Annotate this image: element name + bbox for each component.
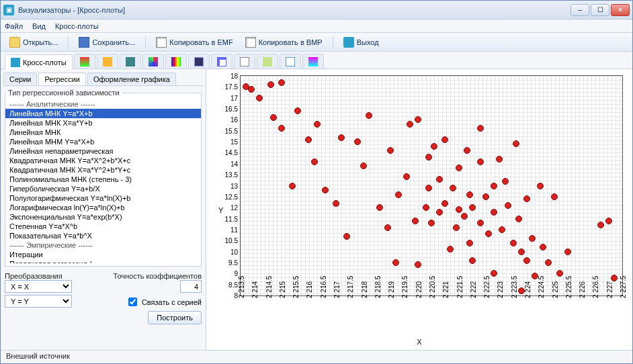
- x-transform-combo[interactable]: X = X: [5, 280, 72, 293]
- tab-chart6[interactable]: [165, 54, 187, 69]
- data-point: [333, 200, 339, 207]
- data-point: [354, 138, 361, 145]
- data-point: [447, 246, 454, 253]
- open-button[interactable]: Открыть...: [5, 35, 62, 50]
- regression-item[interactable]: Показательная Y=a*b^X: [5, 231, 201, 240]
- y-tick-label: 12: [230, 204, 241, 212]
- regression-item[interactable]: ------ Эмпирические ------: [5, 240, 201, 250]
- data-point: [311, 158, 318, 165]
- x-tick-label: 2 223.5: [511, 276, 518, 298]
- regression-item[interactable]: Линейная МНК: [5, 128, 201, 137]
- data-point: [256, 95, 263, 101]
- regression-item[interactable]: Степенная Y=a*X^b: [5, 222, 201, 231]
- copy-bmp-button[interactable]: Копировать в BMP: [241, 35, 327, 50]
- y-axis-label: Y: [218, 206, 223, 214]
- transform-label: Преобразования: [5, 272, 102, 280]
- scatter-chart[interactable]: 88.599.51010.51111.51212.51313.51414.515…: [240, 75, 623, 296]
- regression-item[interactable]: Логарифмическая ln(Y)=a*ln(X)+b: [5, 203, 201, 212]
- data-point: [518, 287, 525, 294]
- menu-crossplots[interactable]: Кросс-плоты: [55, 22, 99, 30]
- regression-item[interactable]: Линейная МНК Y=a*X+b: [5, 109, 201, 118]
- tab-chart5[interactable]: [142, 54, 164, 69]
- copy-bmp-label: Копировать в BMP: [259, 38, 323, 46]
- regression-item[interactable]: Порядковая регрессия /...: [5, 259, 201, 263]
- data-point: [545, 259, 552, 266]
- x-tick-label: 2 219.5: [401, 276, 409, 298]
- x-tick-label: 2 214.5: [265, 276, 273, 298]
- data-point: [305, 136, 312, 143]
- tab-chart9[interactable]: [234, 54, 255, 69]
- data-point: [464, 147, 470, 154]
- x-tick-label: 2 224: [524, 281, 532, 298]
- data-point: [505, 202, 511, 209]
- y-transform-combo[interactable]: Y = Y: [5, 295, 72, 308]
- copy-emf-button[interactable]: Копировать в EMF: [151, 35, 237, 50]
- separator: [333, 36, 333, 49]
- data-point: [518, 248, 525, 255]
- data-point: [532, 273, 538, 279]
- tab-chart3[interactable]: [97, 54, 118, 69]
- bind-series-checkbox[interactable]: Связать с серией: [105, 295, 202, 308]
- tab-chart7[interactable]: [188, 54, 210, 69]
- y-tick-label: 13.5: [225, 171, 241, 179]
- data-point: [515, 216, 522, 222]
- folder-open-icon: [9, 37, 20, 48]
- regression-item[interactable]: Полулогарифмическая Y=a*ln(X)+b: [5, 193, 201, 203]
- regression-item[interactable]: Линейная МНМ Y=a*X+b: [5, 137, 201, 146]
- y-tick-label: 12.5: [225, 193, 241, 200]
- x-axis-label: X: [417, 338, 421, 346]
- save-button[interactable]: Сохранить...: [74, 35, 140, 50]
- close-button[interactable]: ✕: [611, 4, 630, 16]
- tab-chart2[interactable]: [74, 54, 95, 69]
- x-tick-label: 2 221.5: [456, 276, 464, 298]
- data-point: [425, 185, 432, 191]
- menu-view[interactable]: Вид: [32, 22, 46, 30]
- y-tick-label: 14: [230, 160, 241, 167]
- data-point: [605, 218, 612, 224]
- data-point: [513, 140, 519, 147]
- tab-chart12[interactable]: [302, 54, 324, 69]
- tab-crossplots[interactable]: Кросс-плоты: [5, 54, 73, 69]
- regression-item[interactable]: Экспоненциальная Y=a*exp(b*X): [5, 212, 201, 222]
- floppy-icon: [79, 37, 89, 48]
- regression-item[interactable]: Гиперболическая Y=a+b/X: [5, 184, 201, 193]
- maximize-button[interactable]: ☐: [591, 4, 609, 16]
- precision-spinner[interactable]: [180, 280, 202, 293]
- x-tick-label: 2 226: [579, 281, 586, 298]
- tab-chart11[interactable]: [280, 54, 301, 69]
- data-point: [248, 86, 255, 93]
- x-tick-label: 2 218: [361, 281, 368, 298]
- menu-file[interactable]: Файл: [5, 22, 23, 30]
- exit-button[interactable]: Выход: [339, 35, 384, 50]
- regression-item[interactable]: Линейная непараметрическая: [5, 146, 201, 156]
- tab-chart10[interactable]: [257, 54, 278, 69]
- tab-chart8[interactable]: [211, 54, 233, 69]
- x-tick-label: 2 216: [306, 281, 313, 298]
- data-point: [597, 222, 604, 228]
- regression-item[interactable]: Квадратичная МНК X=a*Y^2+b*Y+c: [5, 165, 201, 175]
- regression-item[interactable]: Линейная МНК X=a*Y+b: [5, 118, 201, 128]
- regression-item[interactable]: Итерации: [5, 250, 201, 259]
- regression-item[interactable]: Квадратичная МНК Y=a*X^2+b*X+c: [5, 156, 201, 165]
- data-point: [496, 156, 503, 163]
- minimize-button[interactable]: –: [571, 4, 589, 16]
- regression-list[interactable]: ------ Аналитические ------Линейная МНК …: [5, 99, 201, 263]
- copy-icon: [245, 37, 256, 48]
- data-point: [477, 125, 484, 132]
- subtab-regressions[interactable]: Регрессии: [38, 73, 86, 85]
- build-button[interactable]: Построить: [148, 311, 202, 324]
- subtab-series[interactable]: Серии: [3, 73, 37, 85]
- y-tick-label: 16: [230, 116, 241, 124]
- data-point: [441, 136, 448, 143]
- data-point: [423, 204, 429, 211]
- data-point: [267, 81, 274, 88]
- icon-tab-bar: Кросс-плоты: [1, 52, 632, 69]
- x-tick-label: 2 217: [333, 281, 341, 298]
- regression-item[interactable]: ------ Аналитические ------: [5, 99, 201, 109]
- bind-series-input[interactable]: [128, 298, 137, 306]
- regression-item[interactable]: Полиномиальная МНК (степень - 3): [5, 175, 201, 184]
- subtab-design[interactable]: Оформление графика: [87, 73, 176, 85]
- tab-chart4[interactable]: [120, 54, 141, 69]
- data-point: [510, 240, 517, 246]
- y-tick-label: 9.5: [228, 259, 241, 266]
